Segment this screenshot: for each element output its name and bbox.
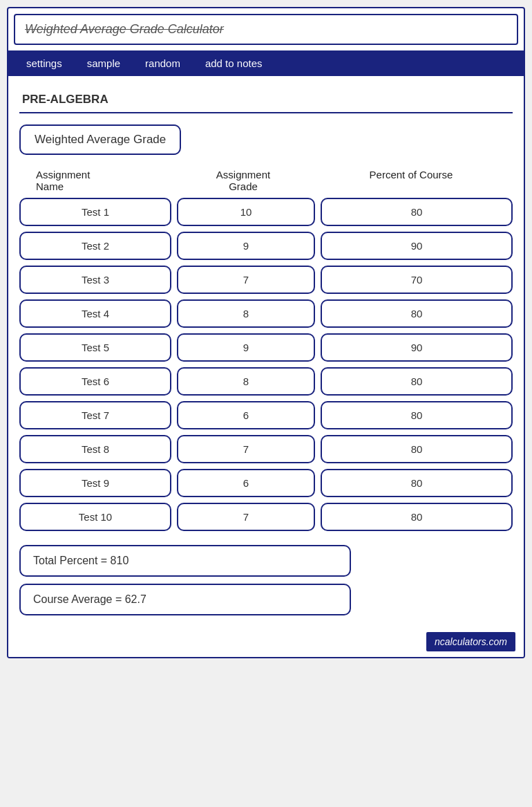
nav-bar: settings sample random add to notes (8, 50, 524, 76)
percent-course-input-1[interactable] (321, 198, 513, 226)
col-header-percent: Percent of Course (312, 169, 510, 192)
assignment-name-input-3[interactable] (19, 266, 171, 294)
assignment-grade-input-6[interactable] (177, 367, 315, 396)
assignment-grade-input-10[interactable] (177, 503, 315, 531)
percent-course-input-10[interactable] (321, 503, 513, 531)
assignment-grade-input-1[interactable] (177, 198, 315, 226)
assignment-name-input-7[interactable] (19, 401, 171, 429)
assignment-name-input-5[interactable] (19, 333, 171, 362)
percent-course-input-7[interactable] (321, 401, 513, 429)
assignment-name-input-8[interactable] (19, 435, 171, 463)
percent-course-input-6[interactable] (321, 367, 513, 396)
table-row (19, 435, 513, 463)
nav-settings[interactable]: settings (14, 50, 75, 76)
assignment-grade-input-9[interactable] (177, 469, 315, 497)
table-row (19, 469, 513, 497)
footer: ncalculators.com (8, 627, 524, 657)
app-title: Weighted Average Grade Calculator (25, 22, 224, 36)
table-header: AssignmentName AssignmentGrade Percent o… (19, 169, 513, 192)
table-row (19, 266, 513, 294)
table-row (19, 198, 513, 226)
percent-course-input-2[interactable] (321, 232, 513, 260)
assignment-grade-input-2[interactable] (177, 232, 315, 260)
course-average-box: Course Average = 62.7 (19, 584, 351, 615)
percent-course-input-9[interactable] (321, 469, 513, 497)
assignment-grade-input-7[interactable] (177, 401, 315, 429)
assignment-name-input-4[interactable] (19, 299, 171, 328)
percent-course-input-3[interactable] (321, 266, 513, 294)
nav-sample[interactable]: sample (75, 50, 133, 76)
calculator-title-button[interactable]: Weighted Average Grade (19, 124, 181, 155)
assignment-name-input-10[interactable] (19, 503, 171, 531)
assignment-name-input-6[interactable] (19, 367, 171, 396)
assignment-grade-input-5[interactable] (177, 333, 315, 362)
nav-add-to-notes[interactable]: add to notes (193, 50, 275, 76)
assignment-name-input-1[interactable] (19, 198, 171, 226)
table-row (19, 367, 513, 396)
main-content: Weighted Average Grade AssignmentName As… (8, 76, 524, 627)
col-header-grade: AssignmentGrade (174, 169, 312, 192)
col-header-name: AssignmentName (22, 169, 174, 192)
assignment-grade-input-8[interactable] (177, 435, 315, 463)
table-row (19, 333, 513, 362)
app-container: Weighted Average Grade Calculator settin… (7, 7, 525, 658)
table-row (19, 503, 513, 531)
assignment-name-input-2[interactable] (19, 232, 171, 260)
table-row (19, 232, 513, 260)
nav-random[interactable]: random (133, 50, 193, 76)
title-bar: Weighted Average Grade Calculator (14, 14, 518, 45)
assignment-grade-input-4[interactable] (177, 299, 315, 328)
total-percent-box: Total Percent = 810 (19, 545, 351, 577)
course-name-input[interactable] (19, 87, 513, 113)
percent-course-input-8[interactable] (321, 435, 513, 463)
table-row (19, 401, 513, 429)
assignment-name-input-9[interactable] (19, 469, 171, 497)
results-area: Total Percent = 810 Course Average = 62.… (19, 545, 513, 615)
table-row (19, 299, 513, 328)
data-rows (19, 198, 513, 531)
percent-course-input-5[interactable] (321, 333, 513, 362)
percent-course-input-4[interactable] (321, 299, 513, 328)
assignment-grade-input-3[interactable] (177, 266, 315, 294)
brand-label: ncalculators.com (426, 632, 515, 651)
